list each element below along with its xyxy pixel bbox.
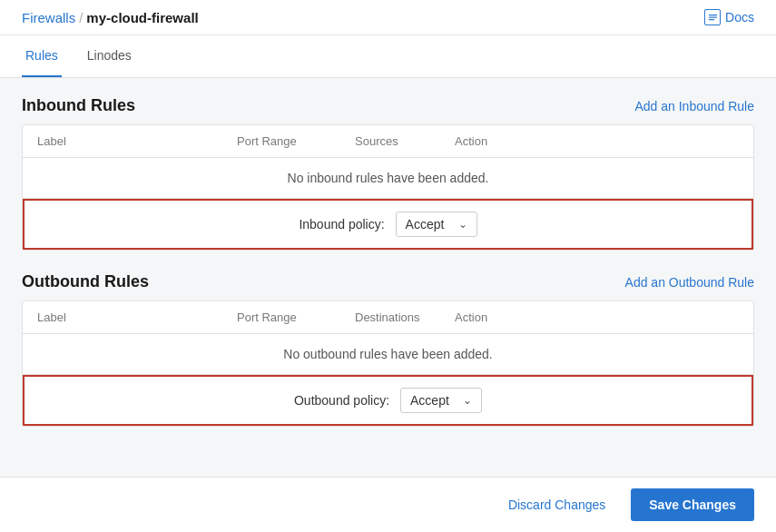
inbound-table-header: Label Port Range Sources Action — [23, 125, 753, 158]
outbound-col-portrange: Port Range — [237, 310, 355, 324]
inbound-title: Inbound Rules — [22, 96, 135, 115]
main-content: Inbound Rules Add an Inbound Rule Label … — [0, 78, 776, 467]
outbound-col-extra — [564, 310, 739, 324]
inbound-col-sources: Sources — [355, 134, 455, 148]
inbound-empty-message: No inbound rules have been added. — [23, 158, 753, 199]
breadcrumb: Firewalls / my-cloud-firewall — [22, 10, 199, 25]
add-outbound-rule-link[interactable]: Add an Outbound Rule — [625, 275, 754, 290]
tabs-bar: Rules Linodes — [0, 35, 776, 78]
add-inbound-rule-link[interactable]: Add an Inbound Rule — [634, 99, 754, 113]
outbound-col-destinations: Destinations — [355, 310, 455, 324]
tab-linodes[interactable]: Linodes — [83, 35, 135, 77]
svg-rect-2 — [709, 19, 714, 20]
inbound-rules-section: Inbound Rules Add an Inbound Rule Label … — [22, 96, 754, 251]
breadcrumb-separator: / — [79, 10, 83, 25]
inbound-policy-label: Inbound policy: — [299, 217, 384, 232]
inbound-col-portrange: Port Range — [237, 134, 355, 148]
svg-rect-0 — [709, 15, 717, 15]
docs-link[interactable]: Docs — [704, 9, 754, 25]
inbound-rules-table: Label Port Range Sources Action No inbou… — [22, 124, 754, 251]
outbound-policy-row: Outbound policy: Accept ⌄ — [23, 375, 753, 426]
inbound-policy-chevron: ⌄ — [458, 218, 467, 231]
outbound-policy-label: Outbound policy: — [294, 393, 389, 408]
outbound-section-header: Outbound Rules Add an Outbound Rule — [22, 272, 754, 291]
outbound-title: Outbound Rules — [22, 272, 149, 291]
outbound-policy-chevron: ⌄ — [463, 394, 472, 407]
outbound-rules-section: Outbound Rules Add an Outbound Rule Labe… — [22, 272, 754, 427]
inbound-policy-select[interactable]: Accept ⌄ — [396, 212, 477, 237]
outbound-policy-select[interactable]: Accept ⌄ — [400, 388, 482, 413]
inbound-col-extra — [564, 134, 739, 148]
discard-changes-button[interactable]: Discard Changes — [497, 490, 616, 519]
docs-icon — [704, 9, 721, 25]
top-bar: Firewalls / my-cloud-firewall Docs — [0, 0, 776, 35]
inbound-policy-value: Accept — [406, 217, 445, 232]
tab-rules[interactable]: Rules — [22, 35, 62, 77]
outbound-col-label: Label — [37, 310, 237, 324]
svg-rect-1 — [709, 16, 717, 17]
breadcrumb-current: my-cloud-firewall — [86, 10, 198, 25]
save-changes-button[interactable]: Save Changes — [631, 488, 754, 521]
outbound-policy-value: Accept — [410, 393, 449, 408]
inbound-section-header: Inbound Rules Add an Inbound Rule — [22, 96, 754, 115]
outbound-table-header: Label Port Range Destinations Action — [23, 301, 753, 334]
breadcrumb-firewalls-link[interactable]: Firewalls — [22, 10, 75, 25]
inbound-policy-row: Inbound policy: Accept ⌄ — [23, 199, 753, 250]
inbound-col-action: Action — [455, 134, 564, 148]
inbound-col-label: Label — [37, 134, 237, 148]
outbound-rules-table: Label Port Range Destinations Action No … — [22, 300, 754, 427]
outbound-empty-message: No outbound rules have been added. — [23, 334, 753, 375]
docs-label: Docs — [725, 10, 754, 25]
outbound-col-action: Action — [455, 310, 564, 324]
footer: Discard Changes Save Changes — [0, 477, 776, 532]
